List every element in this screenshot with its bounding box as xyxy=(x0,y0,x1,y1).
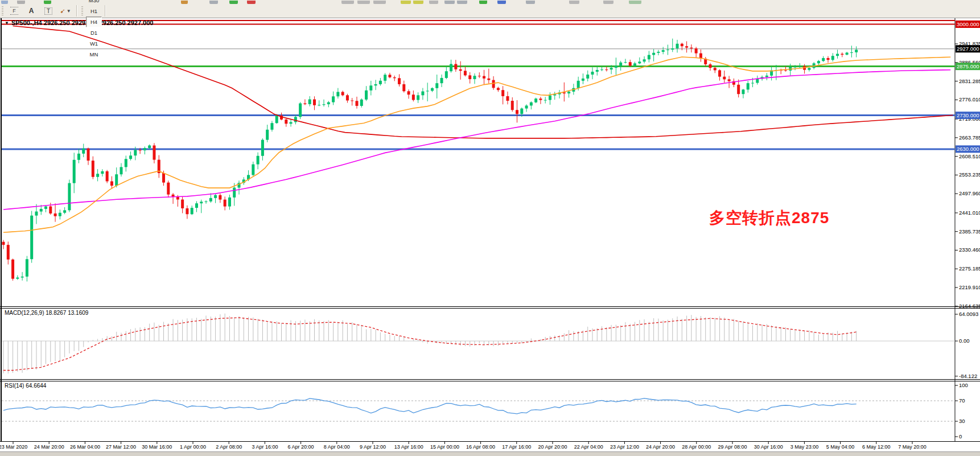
svg-text:2275.185: 2275.185 xyxy=(959,265,980,272)
timeframe-button-h4[interactable]: H4 xyxy=(86,17,102,27)
svg-text:17 Apr 16:00: 17 Apr 16:00 xyxy=(502,444,531,450)
text-label-tool-button[interactable]: T xyxy=(41,5,56,17)
svg-text:3000.000: 3000.000 xyxy=(957,21,979,27)
svg-text:2608.510: 2608.510 xyxy=(959,153,980,159)
timeframe-button-m30[interactable]: M30 xyxy=(86,0,102,6)
svg-text:13 Apr 16:00: 13 Apr 16:00 xyxy=(394,444,423,450)
svg-text:0: 0 xyxy=(959,433,962,439)
fibonacci-tool-button[interactable]: F xyxy=(7,5,22,17)
svg-text:30 Mar 16:00: 30 Mar 16:00 xyxy=(142,444,172,450)
svg-text:6 Apr 20:00: 6 Apr 20:00 xyxy=(288,444,314,450)
svg-text:23 Apr 12:00: 23 Apr 12:00 xyxy=(610,444,639,450)
svg-text:16 Apr 08:00: 16 Apr 08:00 xyxy=(466,444,495,450)
toolbar-separator xyxy=(105,5,106,17)
toolbar-grip[interactable] xyxy=(81,6,83,15)
svg-text:2497.960: 2497.960 xyxy=(959,190,980,196)
svg-text:70: 70 xyxy=(959,397,965,404)
timeframe-button-d1[interactable]: D1 xyxy=(86,27,102,38)
svg-text:8 Apr 04:00: 8 Apr 04:00 xyxy=(324,444,350,450)
chart-header: ▼SP500-,H4 2926.250 2929.250 2926.250 29… xyxy=(5,19,153,26)
svg-text:23 Mar 2020: 23 Mar 2020 xyxy=(0,444,27,450)
svg-text:15 Apr 00:00: 15 Apr 00:00 xyxy=(430,444,459,450)
svg-text:2831.285: 2831.285 xyxy=(959,78,980,84)
svg-text:2219.910: 2219.910 xyxy=(959,284,980,290)
svg-text:30 Apr 16:00: 30 Apr 16:00 xyxy=(754,444,783,450)
svg-text:2630.000: 2630.000 xyxy=(957,146,979,152)
svg-text:2663.785: 2663.785 xyxy=(959,134,980,141)
svg-text:30: 30 xyxy=(959,418,965,424)
svg-text:9 Apr 12:00: 9 Apr 12:00 xyxy=(360,444,386,450)
svg-text:7 May 20:00: 7 May 20:00 xyxy=(898,444,927,450)
symbol-dropdown-icon[interactable]: ▼ xyxy=(5,20,9,26)
fibonacci-icon: F xyxy=(10,7,18,15)
svg-text:2330.460: 2330.460 xyxy=(959,247,980,253)
svg-text:24 Apr 20:00: 24 Apr 20:00 xyxy=(646,444,675,450)
svg-text:2927.000: 2927.000 xyxy=(957,46,979,52)
svg-text:2441.010: 2441.010 xyxy=(959,209,980,216)
svg-text:22 Apr 04:00: 22 Apr 04:00 xyxy=(574,444,603,450)
toolbar: F A T ➹ ▼ M1M5M15M30H1H4D1W1MN xyxy=(0,0,980,18)
timeframe-button-h1[interactable]: H1 xyxy=(86,6,102,17)
timeframe-button-mn[interactable]: MN xyxy=(86,49,102,60)
svg-text:26 Mar 04:00: 26 Mar 04:00 xyxy=(70,444,100,450)
svg-text:1 Apr 00:00: 1 Apr 00:00 xyxy=(180,444,206,450)
svg-text:29 Apr 08:00: 29 Apr 08:00 xyxy=(718,444,747,450)
toolbar-top-row-clipped xyxy=(0,0,980,4)
svg-text:64.0093: 64.0093 xyxy=(959,311,978,317)
svg-text:2 Apr 08:00: 2 Apr 08:00 xyxy=(216,444,242,450)
svg-text:2730.000: 2730.000 xyxy=(957,112,979,118)
toolbar-grip[interactable] xyxy=(2,6,3,15)
svg-text:2164.635: 2164.635 xyxy=(959,303,980,309)
status-strip xyxy=(0,451,980,456)
text-icon: A xyxy=(29,7,34,15)
timeframe-button-group: M1M5M15M30H1H4D1W1MN xyxy=(85,0,102,60)
text-tool-button[interactable]: A xyxy=(24,5,39,17)
svg-text:-84.122: -84.122 xyxy=(959,373,977,379)
drawing-and-timeframe-toolbar: F A T ➹ ▼ M1M5M15M30H1H4D1W1MN xyxy=(0,4,980,18)
chart-header-text: SP500-,H4 2926.250 2929.250 2926.250 292… xyxy=(11,19,154,26)
svg-text:3 Apr 16:00: 3 Apr 16:00 xyxy=(252,444,278,450)
svg-text:2553.235: 2553.235 xyxy=(959,171,980,178)
text-label-icon: T xyxy=(44,7,52,15)
svg-text:2776.010: 2776.010 xyxy=(959,96,980,102)
chart-annotation-text: 多空转折点2875 xyxy=(709,207,829,229)
svg-text:2875.000: 2875.000 xyxy=(957,63,979,69)
arrows-icon: ➹ xyxy=(60,7,65,15)
svg-text:3 May 23:00: 3 May 23:00 xyxy=(790,444,819,450)
svg-text:6 May 12:00: 6 May 12:00 xyxy=(862,444,891,450)
rsi-indicator-label: RSI(14) 64.6644 xyxy=(5,383,46,389)
svg-text:2385.735: 2385.735 xyxy=(959,228,980,235)
macd-indicator-label: MACD(12,26,9) 18.8267 13.1609 xyxy=(5,310,88,316)
chart-canvas[interactable]: 2941.8352886.5602831.2852776.0102719.060… xyxy=(0,0,980,456)
svg-text:5 May 04:00: 5 May 04:00 xyxy=(826,444,855,450)
toolbar-separator xyxy=(76,5,77,17)
svg-text:100: 100 xyxy=(959,382,968,388)
svg-text:0.00: 0.00 xyxy=(959,338,970,344)
svg-text:27 Mar 12:00: 27 Mar 12:00 xyxy=(106,444,136,450)
svg-text:28 Apr 00:00: 28 Apr 00:00 xyxy=(682,444,711,450)
chevron-down-icon: ▼ xyxy=(67,9,71,14)
svg-text:20 Apr 20:00: 20 Apr 20:00 xyxy=(538,444,567,450)
arrows-tool-button[interactable]: ➹ ▼ xyxy=(58,5,73,17)
timeframe-button-w1[interactable]: W1 xyxy=(86,38,102,49)
svg-text:24 Mar 20:00: 24 Mar 20:00 xyxy=(34,444,64,450)
